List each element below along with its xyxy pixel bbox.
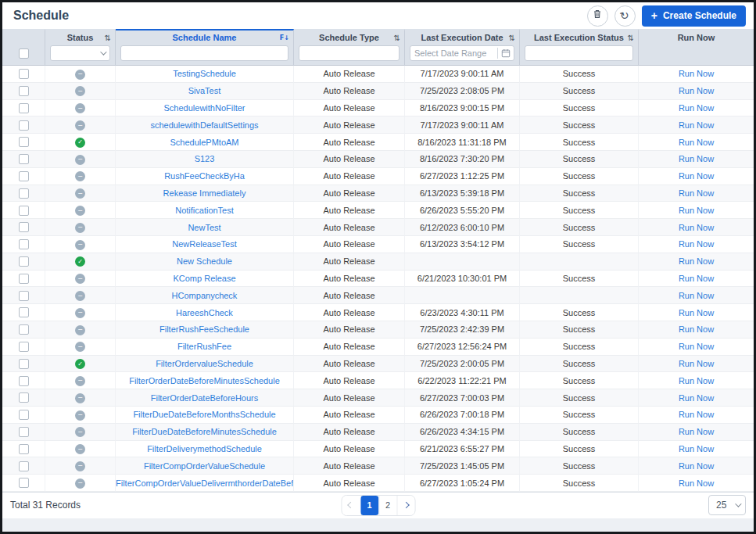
schedule-name-link[interactable]: FilterRushFeeSchedule <box>159 324 249 334</box>
sort-icon[interactable]: ⇅ <box>628 34 634 42</box>
schedule-name-link[interactable]: New Schedule <box>177 256 232 266</box>
run-now-link[interactable]: Run Now <box>679 256 714 266</box>
schedule-name-filter-input[interactable] <box>120 45 288 61</box>
schedule-name-link[interactable]: FilterCompOrderValueDelivermthorderDateB… <box>116 478 294 488</box>
row-checkbox[interactable] <box>19 444 29 454</box>
run-now-link[interactable]: Run Now <box>679 154 714 163</box>
row-checkbox[interactable] <box>19 274 29 284</box>
column-header-schedule-name[interactable]: Schedule Name F↓ <box>116 29 294 45</box>
sort-icon[interactable]: ⇅ <box>509 34 515 42</box>
schedule-name-link[interactable]: FilterRushFee <box>177 342 231 351</box>
run-now-link[interactable]: Run Now <box>679 410 714 419</box>
row-checkbox[interactable] <box>19 137 29 147</box>
row-checkbox[interactable] <box>19 256 29 267</box>
page-button-1[interactable]: 1 <box>360 496 378 515</box>
schedule-name-link[interactable]: KComp Release <box>173 274 235 283</box>
column-header-status[interactable]: Status ⇅ <box>45 29 116 45</box>
run-now-link[interactable]: Run Now <box>679 427 714 436</box>
schedule-name-link[interactable]: S123 <box>195 154 215 163</box>
run-now-link[interactable]: Run Now <box>679 444 714 453</box>
row-checkbox[interactable] <box>19 69 29 79</box>
delete-button[interactable] <box>587 5 608 27</box>
row-checkbox[interactable] <box>19 188 29 199</box>
run-now-link[interactable]: Run Now <box>679 86 714 95</box>
row-checkbox[interactable] <box>19 154 29 164</box>
row-checkbox[interactable] <box>19 461 29 471</box>
row-checkbox[interactable] <box>19 359 29 369</box>
run-now-link[interactable]: Run Now <box>679 274 714 283</box>
sort-icon[interactable]: ⇅ <box>394 34 400 42</box>
run-now-link[interactable]: Run Now <box>679 103 714 113</box>
date-range-filter[interactable] <box>410 45 514 61</box>
row-checkbox[interactable] <box>19 342 29 352</box>
run-now-link[interactable]: Run Now <box>679 308 714 317</box>
row-checkbox[interactable] <box>19 392 29 403</box>
run-now-link[interactable]: Run Now <box>679 461 714 471</box>
page-size-select[interactable]: 25 <box>708 495 746 515</box>
schedule-name-link[interactable]: FilterOrderDateBeforeHours <box>151 393 259 403</box>
schedule-name-link[interactable]: FilterDueDateBeforeMonthsSchedule <box>133 410 275 419</box>
calendar-icon[interactable] <box>501 48 511 58</box>
run-now-link[interactable]: Run Now <box>679 342 714 351</box>
create-schedule-button[interactable]: + Create Schedule <box>642 5 746 27</box>
run-now-link[interactable]: Run Now <box>679 376 714 385</box>
run-now-link[interactable]: Run Now <box>679 393 714 403</box>
schedule-name-link[interactable]: RushFeeCheckByHa <box>164 171 245 181</box>
refresh-button[interactable]: ↻ <box>614 5 636 27</box>
schedule-name-link[interactable]: FilterOrdervalueSchedule <box>156 359 253 368</box>
run-now-link[interactable]: Run Now <box>679 478 714 488</box>
run-now-link[interactable]: Run Now <box>679 69 714 78</box>
prev-page-button[interactable] <box>342 496 360 515</box>
row-checkbox[interactable] <box>19 291 29 301</box>
schedule-name-link[interactable]: SivaTest <box>188 86 221 95</box>
schedule-name-link[interactable]: NewReleaseTest <box>172 239 237 249</box>
run-now-link[interactable]: Run Now <box>679 359 714 368</box>
row-checkbox[interactable] <box>19 307 29 317</box>
schedule-type-filter-input[interactable] <box>299 45 399 61</box>
schedule-name-link[interactable]: FilterOrderDateBeforeMinutesSchedule <box>129 376 280 385</box>
run-now-link[interactable]: Run Now <box>679 171 714 181</box>
next-page-button[interactable] <box>396 496 414 515</box>
row-checkbox[interactable] <box>19 410 29 420</box>
schedule-name-link[interactable]: NotificationTest <box>175 206 234 215</box>
row-checkbox[interactable] <box>19 206 29 216</box>
row-checkbox[interactable] <box>19 376 29 386</box>
schedule-name-link[interactable]: FilterDeliverymethodSchedule <box>147 444 262 453</box>
column-header-last-execution-date[interactable]: Last Execution Date ⇅ <box>405 29 520 45</box>
run-now-link[interactable]: Run Now <box>679 120 714 130</box>
schedule-name-link[interactable]: SchedulewithNoFilter <box>164 103 245 113</box>
row-checkbox[interactable] <box>19 222 29 232</box>
row-checkbox[interactable] <box>19 103 29 113</box>
schedule-name-link[interactable]: HareeshCheck <box>176 308 233 317</box>
schedule-name-link[interactable]: schedulewithDefaultSettings <box>150 120 258 130</box>
sort-applied-icon[interactable]: F↓ <box>280 34 289 41</box>
schedule-name-link[interactable]: Rekease Immediately <box>163 188 246 198</box>
run-now-link[interactable]: Run Now <box>679 291 714 300</box>
column-header-last-execution-status[interactable]: Last Execution Status ⇅ <box>520 29 639 45</box>
schedule-name-link[interactable]: TestingSchedule <box>173 69 236 78</box>
row-checkbox[interactable] <box>19 478 29 488</box>
column-header-schedule-type[interactable]: Schedule Type ⇅ <box>294 29 405 45</box>
run-now-link[interactable]: Run Now <box>679 223 714 232</box>
exec-status-filter-input[interactable] <box>525 45 633 61</box>
schedule-name-link[interactable]: HCompanycheck <box>172 291 238 300</box>
row-checkbox[interactable] <box>19 427 29 437</box>
schedule-name-link[interactable]: NewTest <box>188 223 220 232</box>
row-checkbox[interactable] <box>19 86 29 96</box>
schedule-name-link[interactable]: SchedulePMtoAM <box>170 138 238 147</box>
row-checkbox[interactable] <box>19 171 29 181</box>
row-checkbox[interactable] <box>19 120 29 131</box>
run-now-link[interactable]: Run Now <box>679 206 714 215</box>
select-all-checkbox[interactable] <box>19 48 29 59</box>
row-checkbox[interactable] <box>19 324 29 335</box>
run-now-link[interactable]: Run Now <box>679 138 714 147</box>
schedule-name-link[interactable]: FilterDueDateBeforeMinutesSchedule <box>132 427 277 436</box>
date-range-input[interactable] <box>414 48 494 58</box>
run-now-link[interactable]: Run Now <box>679 188 714 198</box>
schedule-name-link[interactable]: FilterCompOrderValueSchedule <box>144 461 265 471</box>
status-filter-select[interactable] <box>50 45 110 61</box>
run-now-link[interactable]: Run Now <box>679 324 714 334</box>
page-button-2[interactable]: 2 <box>378 496 396 515</box>
row-checkbox[interactable] <box>19 239 29 249</box>
sort-icon[interactable]: ⇅ <box>105 34 111 42</box>
